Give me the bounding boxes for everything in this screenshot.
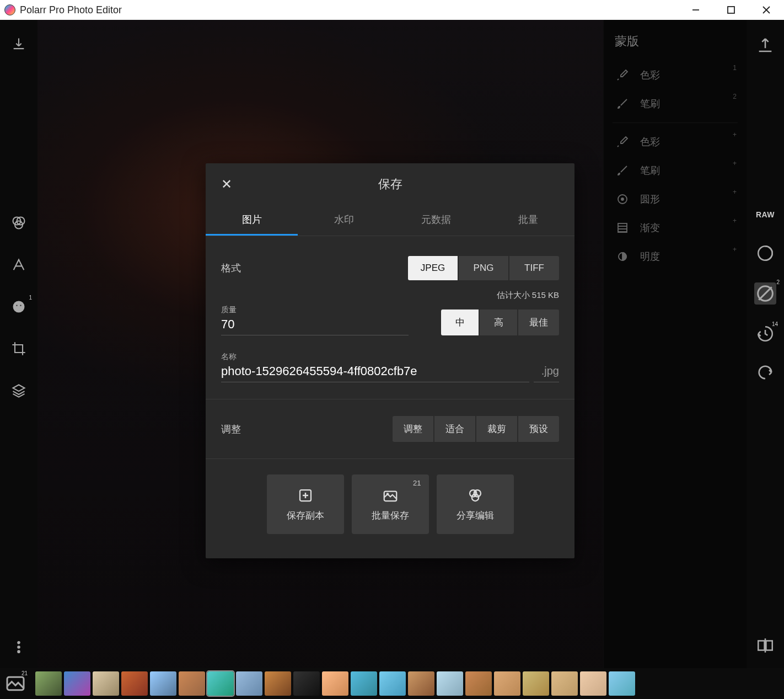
format-jpeg[interactable]: JPEG (408, 256, 458, 280)
layers-icon[interactable] (11, 383, 26, 398)
panel-item-label: 圆形 (640, 193, 660, 206)
thumbnail[interactable] (121, 671, 148, 696)
adjust-button[interactable]: 调整 (393, 416, 433, 442)
thumbnail[interactable] (609, 671, 635, 696)
thumbnail[interactable] (35, 671, 62, 696)
panel-item-6[interactable]: 明度+ (604, 242, 747, 271)
minimize-button[interactable] (691, 6, 700, 14)
fit-button[interactable]: 适合 (434, 416, 475, 442)
app-title: Polarr Pro Photo Editor (20, 4, 122, 16)
raw-button[interactable]: RAW (756, 205, 775, 224)
history-icon[interactable]: 14 (756, 324, 775, 343)
panel-item-label: 笔刷 (640, 164, 660, 177)
filmstrip: 21 (0, 668, 784, 699)
panel-item-1[interactable]: 笔刷2 (604, 89, 747, 118)
preset-button[interactable]: 预设 (518, 416, 559, 442)
thumbnail[interactable] (236, 671, 262, 696)
face-badge: 1 (29, 295, 32, 301)
text-icon[interactable] (11, 257, 26, 273)
thumbnail[interactable] (523, 671, 549, 696)
quality-mid[interactable]: 中 (441, 310, 479, 335)
maximize-button[interactable] (727, 6, 735, 14)
quality-best[interactable]: 最佳 (518, 310, 559, 335)
svg-point-10 (18, 642, 20, 644)
thumbnail[interactable] (437, 671, 463, 696)
thumbnail[interactable] (93, 671, 119, 696)
thumbnail[interactable] (351, 671, 377, 696)
panel-item-num: + (733, 159, 737, 167)
panel-item-2[interactable]: 色彩+ (604, 127, 747, 156)
left-toolbar: 1 (0, 20, 37, 699)
thumbnail[interactable] (265, 671, 291, 696)
effects-icon[interactable] (756, 244, 775, 263)
brightness-icon (616, 250, 629, 263)
svg-line-22 (759, 287, 771, 300)
format-png[interactable]: PNG (459, 256, 508, 280)
thumbnail[interactable] (580, 671, 606, 696)
thumbnail[interactable] (150, 671, 176, 696)
tab-metadata[interactable]: 元数据 (390, 205, 482, 236)
thumbnail[interactable] (207, 671, 234, 696)
svg-point-29 (386, 493, 388, 495)
save-dialog: ✕ 保存 图片 水印 元数据 批量 格式 JPEG PNG TIFF 估计大小 … (206, 163, 574, 558)
format-tiff[interactable]: TIFF (509, 256, 559, 280)
quality-high[interactable]: 高 (480, 310, 517, 335)
thumbnail[interactable] (64, 671, 90, 696)
svg-point-32 (471, 494, 479, 501)
more-icon[interactable] (11, 639, 26, 655)
panel-item-4[interactable]: 圆形+ (604, 185, 747, 214)
svg-point-9 (20, 305, 21, 306)
undo-icon[interactable] (756, 363, 775, 382)
right-toolbar: RAW 2 14 (747, 20, 784, 699)
compare-icon[interactable] (756, 636, 775, 655)
thumbnail[interactable] (322, 671, 348, 696)
estimated-size: 估计大小 515 KB (221, 287, 559, 303)
svg-point-11 (18, 646, 20, 648)
tab-image[interactable]: 图片 (206, 205, 298, 236)
history-badge: 14 (772, 321, 778, 327)
thumbnail[interactable] (379, 671, 406, 696)
name-input[interactable] (221, 363, 529, 382)
app-logo-icon (4, 4, 15, 15)
tab-batch[interactable]: 批量 (482, 205, 574, 236)
face-icon[interactable]: 1 (11, 299, 26, 314)
mask-panel: 蒙版 色彩1笔刷2色彩+笔刷+圆形+渐变+明度+ (603, 20, 747, 699)
panel-item-5[interactable]: 渐变+ (604, 214, 747, 242)
close-button[interactable] (762, 6, 771, 14)
panel-item-num: + (733, 217, 737, 225)
svg-rect-15 (618, 223, 627, 232)
filters-icon[interactable] (11, 215, 26, 231)
panel-item-label: 明度 (640, 250, 660, 263)
save-copy-button[interactable]: 保存副本 (267, 474, 344, 534)
share-edit-button[interactable]: 分享编辑 (437, 474, 514, 534)
mask-tool-icon[interactable]: 2 (754, 282, 776, 305)
crop-button[interactable]: 裁剪 (476, 416, 517, 442)
panel-item-3[interactable]: 笔刷+ (604, 156, 747, 185)
quality-input[interactable] (221, 316, 409, 335)
save-copy-label: 保存副本 (287, 509, 324, 522)
gallery-icon[interactable]: 21 (4, 673, 26, 695)
panel-item-0[interactable]: 色彩1 (604, 61, 747, 89)
panel-title: 蒙版 (604, 29, 747, 61)
thumbnail[interactable] (408, 671, 434, 696)
panel-item-num: + (733, 246, 737, 253)
svg-point-12 (18, 650, 20, 653)
crop-icon[interactable] (11, 341, 26, 356)
thumbnail[interactable] (551, 671, 578, 696)
tab-watermark[interactable]: 水印 (298, 205, 390, 236)
export-icon[interactable] (756, 36, 775, 55)
panel-item-num: 2 (733, 93, 737, 100)
svg-point-14 (621, 198, 624, 200)
file-extension: .jpg (534, 365, 559, 382)
svg-point-7 (13, 301, 25, 313)
brush-icon (616, 164, 629, 177)
batch-save-button[interactable]: 21 批量保存 (352, 474, 429, 534)
import-icon[interactable] (11, 36, 26, 52)
thumbnail[interactable] (494, 671, 520, 696)
thumbnail[interactable] (293, 671, 320, 696)
thumbnail[interactable] (465, 671, 492, 696)
eyedropper-icon (616, 135, 629, 148)
close-icon[interactable]: ✕ (221, 177, 232, 192)
share-edit-label: 分享编辑 (457, 509, 494, 522)
thumbnail[interactable] (179, 671, 205, 696)
